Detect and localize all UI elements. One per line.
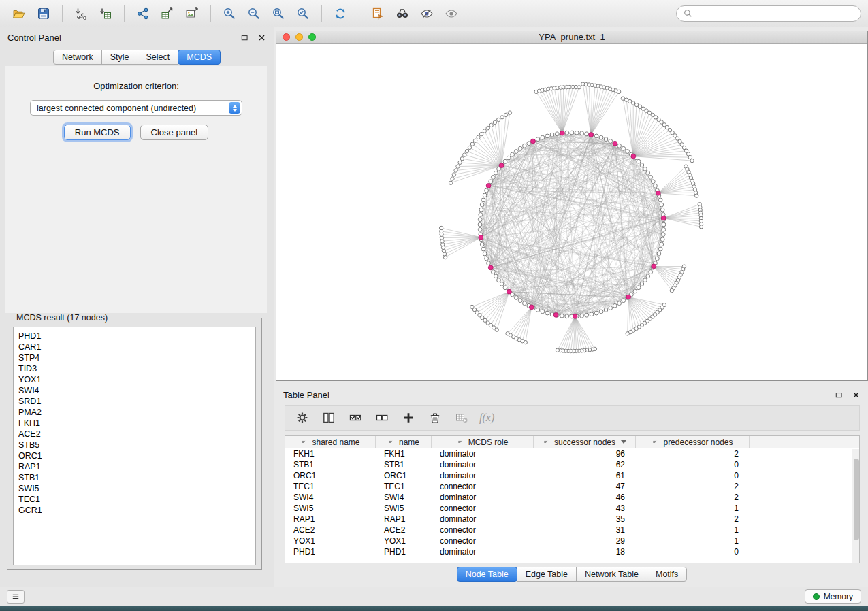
open-session-button[interactable] xyxy=(7,3,31,24)
close-table-panel-icon[interactable] xyxy=(852,391,861,399)
tab-style[interactable]: Style xyxy=(101,50,138,65)
table-row[interactable]: YOX1YOX1connector291 xyxy=(285,535,859,546)
table-cell: PHD1 xyxy=(285,547,376,557)
column-header-name[interactable]: name xyxy=(376,436,432,448)
table-scrollbar[interactable] xyxy=(852,449,859,563)
table-row[interactable]: TEC1TEC1connector472 xyxy=(285,481,859,492)
maximize-window-icon[interactable] xyxy=(308,33,316,41)
column-header-predecessor-nodes[interactable]: predecessor nodes xyxy=(636,436,750,448)
table-row[interactable]: FKH1FKH1dominator962 xyxy=(285,448,859,459)
tab-edge-table[interactable]: Edge Table xyxy=(517,567,577,582)
table-row[interactable]: ORC1ORC1dominator610 xyxy=(285,470,859,481)
table-cell: 0 xyxy=(636,547,750,557)
mcds-result-item[interactable]: GCR1 xyxy=(18,505,255,516)
mcds-result-item[interactable]: STB5 xyxy=(18,440,255,450)
float-table-panel-icon[interactable] xyxy=(835,391,843,399)
table-row[interactable]: PHD1PHD1dominator180 xyxy=(285,546,859,557)
scrollbar-thumb[interactable] xyxy=(854,459,859,540)
zoom-fit-button[interactable] xyxy=(266,3,291,24)
mcds-result-item[interactable]: TEC1 xyxy=(18,494,255,505)
run-mcds-button[interactable]: Run MCDS xyxy=(64,125,131,140)
table-cell: dominator xyxy=(432,493,534,502)
mcds-result-item[interactable]: SWI5 xyxy=(18,483,255,494)
table-cell: dominator xyxy=(432,547,534,557)
export-image-button[interactable] xyxy=(180,3,204,24)
mcds-result-item[interactable]: STB1 xyxy=(18,472,255,483)
table-row[interactable]: STB1STB1dominator620 xyxy=(285,459,859,470)
tab-motifs[interactable]: Motifs xyxy=(647,567,687,582)
mcds-result-item[interactable]: TID3 xyxy=(18,363,255,374)
close-panel-icon[interactable] xyxy=(257,33,266,42)
criterion-select[interactable]: largest connected component (undirected) xyxy=(30,100,242,116)
columns-icon[interactable] xyxy=(321,410,337,426)
import-table-button[interactable] xyxy=(93,3,118,24)
network-titlebar[interactable]: YPA_prune.txt_1 xyxy=(276,31,867,44)
table-x-icon[interactable] xyxy=(453,410,470,426)
column-header-MCDS-role[interactable]: MCDS role xyxy=(432,436,534,448)
table-row[interactable]: SWI4SWI4dominator462 xyxy=(285,492,859,503)
tab-node-table[interactable]: Node Table xyxy=(457,567,517,582)
select-all-icon[interactable] xyxy=(347,410,364,426)
export-network-button[interactable] xyxy=(131,3,155,24)
table-cell: STB1 xyxy=(285,460,376,469)
mcds-result-item[interactable]: ACE2 xyxy=(18,429,255,440)
toolbar-separator xyxy=(359,5,359,22)
mcds-result-item[interactable]: ORC1 xyxy=(18,450,255,461)
zoom-out-button[interactable] xyxy=(242,3,266,24)
tab-network[interactable]: Network xyxy=(53,50,102,65)
mcds-result-item[interactable]: YOX1 xyxy=(18,374,255,385)
refresh-button[interactable] xyxy=(328,3,353,24)
column-header-successor-nodes[interactable]: successor nodes xyxy=(534,436,636,448)
table-cell: SWI5 xyxy=(376,503,432,513)
table-row[interactable]: RAP1RAP1dominator352 xyxy=(285,514,859,525)
add-icon[interactable] xyxy=(400,410,417,426)
close-window-icon[interactable] xyxy=(283,33,290,41)
mcds-result-item[interactable]: STP4 xyxy=(18,352,255,363)
gear-icon[interactable] xyxy=(294,410,310,426)
table-cell: ORC1 xyxy=(376,471,432,480)
deselect-all-icon[interactable] xyxy=(374,410,390,426)
export-table-button[interactable] xyxy=(155,3,180,24)
toolbar-separator xyxy=(210,5,211,22)
mcds-result-item[interactable]: CAR1 xyxy=(18,342,255,352)
table-row[interactable]: SWI5SWI5connector431 xyxy=(285,503,859,514)
hide-eye-button[interactable] xyxy=(415,3,439,24)
column-header-shared-name[interactable]: shared name xyxy=(285,436,376,448)
show-eye-button[interactable] xyxy=(439,3,464,24)
memory-button[interactable]: Memory xyxy=(805,589,861,604)
table-cell: 2 xyxy=(636,493,750,502)
tab-network-table[interactable]: Network Table xyxy=(576,567,647,582)
float-panel-icon[interactable] xyxy=(240,33,249,42)
close-panel-button[interactable]: Close panel xyxy=(140,125,209,140)
mcds-result-item[interactable]: FKH1 xyxy=(18,418,255,429)
table-row[interactable]: ACE2ACE2connector311 xyxy=(285,525,859,535)
copy-share-button[interactable] xyxy=(366,3,390,24)
import-network-button[interactable] xyxy=(69,3,93,24)
sort-icon xyxy=(457,437,466,446)
zoom-in-button[interactable] xyxy=(217,3,242,24)
search-box[interactable] xyxy=(676,5,861,22)
function-builder-button[interactable]: f(x) xyxy=(479,412,494,424)
find-binoculars-button[interactable] xyxy=(390,3,415,24)
search-input[interactable] xyxy=(696,9,854,18)
memory-label: Memory xyxy=(824,592,853,601)
minimize-window-icon[interactable] xyxy=(295,33,303,41)
mcds-result-item[interactable]: PMA2 xyxy=(18,407,255,418)
tab-select[interactable]: Select xyxy=(138,50,179,65)
trash-icon[interactable] xyxy=(427,410,443,426)
menu-icon xyxy=(11,592,20,601)
table-x-icon xyxy=(455,411,468,425)
mcds-result-item[interactable]: SWI4 xyxy=(18,385,255,396)
mcds-result-item[interactable]: PHD1 xyxy=(18,331,255,342)
desktop-background xyxy=(0,606,868,611)
mcds-result-item[interactable]: SRD1 xyxy=(18,396,255,407)
table-cell: 18 xyxy=(534,547,636,557)
network-canvas[interactable] xyxy=(276,44,867,380)
mcds-result-item[interactable]: RAP1 xyxy=(18,461,255,472)
status-menu-button[interactable] xyxy=(7,590,25,604)
tab-mcds[interactable]: MCDS xyxy=(178,50,221,65)
optimization-criterion-label: Optimization criterion: xyxy=(5,66,267,91)
save-session-button[interactable] xyxy=(31,3,56,24)
mcds-result-list[interactable]: PHD1CAR1STP4TID3YOX1SWI4SRD1PMA2FKH1ACE2… xyxy=(13,327,256,565)
zoom-selected-button[interactable] xyxy=(291,3,315,24)
